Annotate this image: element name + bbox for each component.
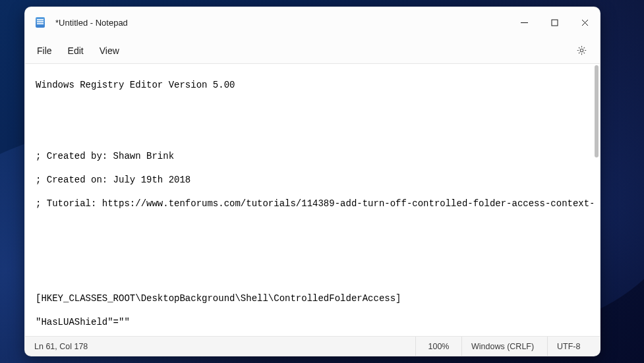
svg-point-1 (580, 49, 583, 52)
menu-file[interactable]: File (29, 42, 60, 60)
minimize-icon (521, 19, 528, 26)
editor-area: Windows Registry Editor Version 5.00 ; C… (25, 64, 600, 336)
gear-icon (576, 45, 587, 56)
window-title: *Untitled - Notepad (55, 18, 128, 28)
text-editor[interactable]: Windows Registry Editor Version 5.00 ; C… (25, 64, 593, 336)
menu-edit[interactable]: Edit (60, 42, 92, 60)
close-button[interactable] (570, 7, 600, 38)
svg-rect-0 (552, 20, 558, 26)
status-position: Ln 61, Col 178 (25, 337, 98, 356)
status-line-ending: Windows (CRLF) (461, 337, 547, 356)
settings-button[interactable] (570, 39, 593, 63)
maximize-button[interactable] (539, 7, 570, 38)
maximize-icon (551, 19, 558, 26)
statusbar: Ln 61, Col 178 100% Windows (CRLF) UTF-8 (25, 336, 600, 356)
menu-view[interactable]: View (92, 42, 127, 60)
menubar: File Edit View (25, 38, 600, 64)
window-controls (509, 7, 600, 38)
vertical-scrollbar[interactable] (593, 64, 600, 336)
notepad-window: *Untitled - Notepad File Edit View (24, 7, 600, 356)
status-encoding: UTF-8 (547, 337, 600, 356)
minimize-button[interactable] (509, 7, 539, 38)
scroll-thumb[interactable] (595, 65, 599, 157)
close-icon (581, 19, 589, 26)
titlebar[interactable]: *Untitled - Notepad (25, 7, 600, 38)
notepad-icon (34, 16, 46, 28)
status-zoom[interactable]: 100% (415, 337, 461, 356)
